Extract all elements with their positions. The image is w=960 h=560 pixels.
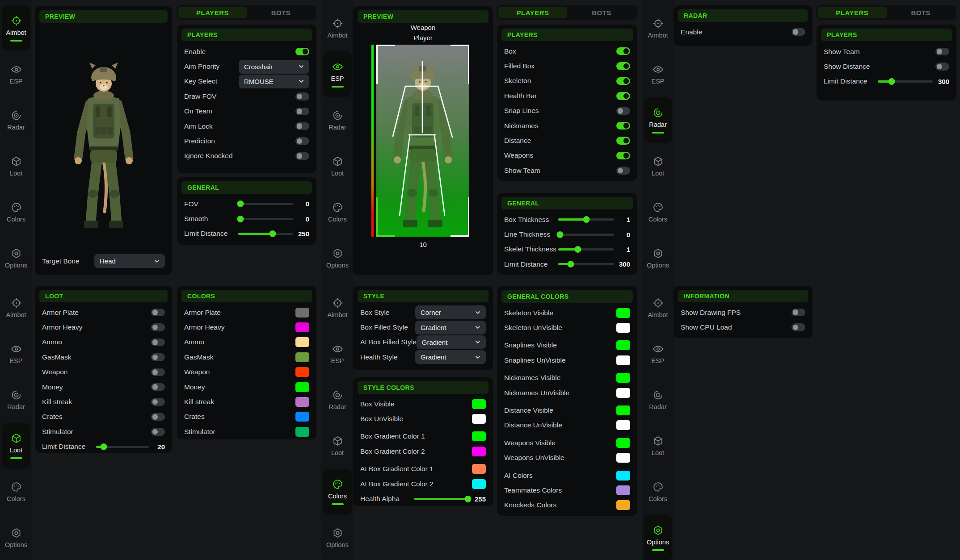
sidebar-item[interactable]: ESP — [2, 51, 30, 97]
slider[interactable] — [558, 216, 614, 223]
tab-bots[interactable]: BOTS — [567, 7, 636, 18]
sidebar-item[interactable]: Options — [2, 235, 30, 281]
color-swatch[interactable] — [295, 382, 309, 392]
tab-players[interactable]: PLAYERS — [178, 7, 247, 18]
sidebar-item[interactable]: Loot — [323, 423, 352, 469]
slider[interactable] — [878, 78, 933, 85]
dropdown[interactable]: Corner — [415, 305, 486, 319]
slider[interactable] — [238, 230, 293, 238]
sidebar-item[interactable]: Options — [323, 235, 352, 281]
toggle-switch[interactable] — [616, 62, 630, 70]
sidebar-item[interactable]: Colors — [323, 189, 352, 235]
slider-knob[interactable] — [888, 78, 895, 85]
sidebar-item[interactable]: Loot — [2, 143, 30, 189]
color-swatch[interactable] — [616, 453, 630, 463]
sidebar-item[interactable]: Loot — [323, 143, 352, 189]
sidebar-item[interactable]: Loot — [644, 143, 672, 189]
toggle-switch[interactable] — [616, 137, 630, 145]
color-swatch[interactable] — [295, 367, 309, 377]
sidebar-item[interactable]: ESP — [323, 331, 352, 377]
slider[interactable] — [414, 495, 470, 503]
toggle-switch[interactable] — [151, 368, 165, 376]
dropdown[interactable]: Gradient — [415, 321, 486, 334]
sidebar-item[interactable]: Aimbot — [2, 285, 30, 331]
sidebar-item[interactable]: Colors — [2, 469, 30, 515]
toggle-switch[interactable] — [151, 398, 165, 406]
dropdown[interactable]: Gradient — [415, 350, 486, 364]
slider-knob[interactable] — [556, 231, 563, 238]
toggle-switch[interactable] — [295, 48, 309, 56]
color-swatch[interactable] — [472, 399, 486, 409]
color-swatch[interactable] — [472, 464, 486, 474]
slider-knob[interactable] — [269, 230, 276, 237]
sidebar-item[interactable]: Options — [2, 515, 30, 560]
toggle-switch[interactable] — [151, 413, 165, 421]
toggle-switch[interactable] — [792, 28, 805, 36]
color-swatch[interactable] — [472, 447, 486, 456]
sidebar-item[interactable]: ESP — [644, 51, 672, 97]
target-bone-dropdown[interactable]: Head — [94, 254, 165, 268]
toggle-switch[interactable] — [792, 323, 805, 331]
color-swatch[interactable] — [472, 431, 486, 441]
sidebar-item[interactable]: Options — [323, 515, 352, 560]
slider[interactable] — [238, 215, 293, 223]
color-swatch[interactable] — [616, 438, 630, 448]
toggle-switch[interactable] — [151, 428, 165, 436]
dropdown[interactable]: Crosshair — [239, 60, 309, 74]
color-swatch[interactable] — [472, 479, 486, 489]
sidebar-item[interactable]: Aimbot — [323, 285, 352, 331]
tab-bots[interactable]: BOTS — [247, 7, 315, 18]
color-swatch[interactable] — [616, 405, 630, 415]
toggle-switch[interactable] — [616, 122, 630, 130]
toggle-switch[interactable] — [616, 77, 630, 85]
toggle-switch[interactable] — [295, 92, 309, 100]
tab-bots[interactable]: BOTS — [887, 7, 956, 18]
dropdown[interactable]: RMOUSE — [239, 75, 309, 88]
sidebar-item[interactable]: Options — [644, 235, 672, 281]
sidebar-item[interactable]: Options — [644, 515, 672, 560]
toggle-switch[interactable] — [151, 353, 165, 361]
sidebar-item[interactable]: ESP — [323, 51, 352, 97]
color-swatch[interactable] — [295, 308, 309, 318]
sidebar-item[interactable]: Radar — [644, 97, 672, 143]
color-swatch[interactable] — [616, 388, 630, 398]
dropdown[interactable]: Gradient — [417, 335, 486, 349]
slider-knob[interactable] — [100, 443, 107, 450]
toggle-switch[interactable] — [616, 47, 630, 55]
slider-knob[interactable] — [567, 261, 574, 267]
toggle-switch[interactable] — [616, 152, 630, 160]
sidebar-item[interactable]: Radar — [323, 97, 352, 143]
color-swatch[interactable] — [295, 337, 309, 347]
slider-knob[interactable] — [583, 216, 589, 223]
color-swatch[interactable] — [616, 420, 630, 430]
tab-players[interactable]: PLAYERS — [498, 7, 567, 18]
toggle-switch[interactable] — [295, 122, 309, 130]
sidebar-item[interactable]: Radar — [323, 377, 352, 423]
sidebar-item[interactable]: Colors — [644, 189, 672, 235]
color-swatch[interactable] — [616, 485, 630, 495]
slider[interactable] — [558, 260, 614, 268]
color-swatch[interactable] — [616, 340, 630, 350]
slider-knob[interactable] — [574, 246, 581, 253]
color-swatch[interactable] — [616, 373, 630, 383]
color-swatch[interactable] — [295, 412, 309, 422]
toggle-switch[interactable] — [935, 48, 949, 56]
sidebar-item[interactable]: Colors — [644, 469, 672, 515]
color-swatch[interactable] — [295, 397, 309, 407]
color-swatch[interactable] — [472, 414, 486, 424]
sidebar-item[interactable]: Radar — [2, 377, 30, 423]
sidebar-item[interactable]: Loot — [644, 423, 672, 469]
color-swatch[interactable] — [295, 322, 309, 332]
color-swatch[interactable] — [295, 352, 309, 362]
sidebar-item[interactable]: Radar — [2, 97, 30, 143]
color-swatch[interactable] — [616, 323, 630, 333]
color-swatch[interactable] — [616, 500, 630, 510]
toggle-switch[interactable] — [616, 107, 630, 115]
toggle-switch[interactable] — [616, 167, 630, 175]
sidebar-item[interactable]: Aimbot — [323, 5, 352, 51]
color-swatch[interactable] — [616, 308, 630, 318]
toggle-switch[interactable] — [151, 339, 165, 347]
slider-knob[interactable] — [237, 216, 244, 222]
slider-knob[interactable] — [465, 496, 472, 502]
slider[interactable] — [96, 443, 149, 451]
